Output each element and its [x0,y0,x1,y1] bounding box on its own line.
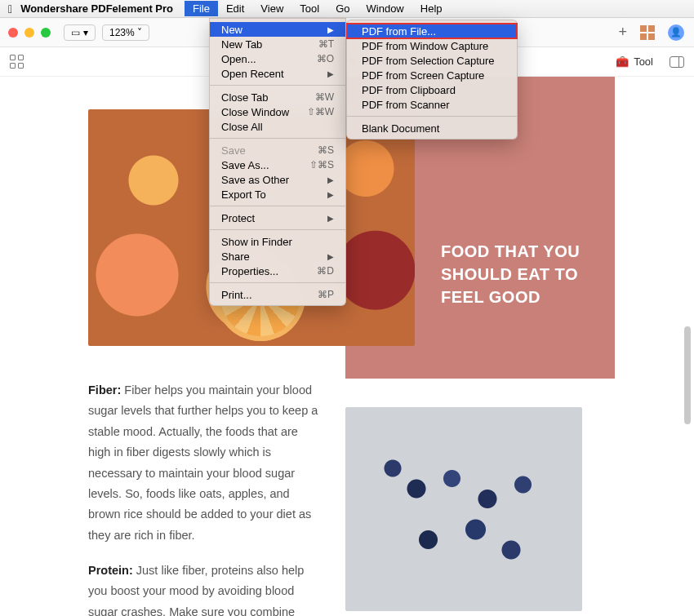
menu-shortcut: ⌘D [317,265,334,277]
file-menu-item[interactable]: Close All [210,119,345,134]
tool-button[interactable]: Tool [634,55,653,68]
file-menu-item[interactable]: Show in Finder [210,234,345,249]
zoom-window-button[interactable] [41,28,51,38]
file-menu-item[interactable]: Share▶ [210,249,345,264]
app-title: Wondershare PDFelement Pro [20,2,173,15]
menu-shortcut: ⇧⌘S [309,159,334,171]
thumbnails-icon[interactable] [10,55,24,69]
menu-separator [210,206,345,206]
new-submenu-dropdown: PDF from File...PDF from Window CaptureP… [346,20,518,140]
menu-item-label: Save As... [221,159,269,171]
app-grid-icon[interactable] [640,25,655,40]
menu-separator [210,85,345,86]
menu-item-label: Save [221,144,246,157]
menu-help[interactable]: Help [412,1,451,16]
submenu-arrow-icon: ▶ [327,175,334,184]
menu-shortcut: ⌘T [318,38,334,50]
submenu-arrow-icon: ▶ [327,214,334,223]
hero-heading: FOOD THAT YOU SHOULD EAT TO FEEL GOOD [441,240,604,308]
submenu-arrow-icon: ▶ [327,190,334,199]
chevron-down-icon: ▾ [83,27,88,38]
fiber-text: Fiber helps you maintain your blood suga… [88,383,318,542]
zoom-value: 123% [109,27,135,38]
zoom-dropdown[interactable]: 123% ˅ [102,24,149,41]
scrollbar-thumb[interactable] [684,326,691,424]
menu-view[interactable]: View [252,1,291,16]
menu-item-label: Protect [221,212,255,224]
new-submenu-item[interactable]: PDF from Screen Capture [347,68,517,82]
menu-item-label: Export To [221,188,266,201]
body-copy: Fiber: Fiber helps you maintain your blo… [88,380,321,616]
menu-separator [210,229,345,230]
menu-item-label: Save as Other [221,174,289,186]
new-submenu-item[interactable]: PDF from Selection Capture [347,53,517,68]
apple-logo-icon[interactable]:  [8,2,12,16]
new-submenu-item[interactable]: PDF from Scanner [347,97,517,112]
toolbox-icon: 🧰 [616,55,629,68]
fiber-label: Fiber: [88,383,121,397]
submenu-arrow-icon: ▶ [327,252,334,261]
protein-label: Protein: [88,564,133,577]
window-controls [8,28,51,38]
close-window-button[interactable] [8,28,18,38]
menu-item-label: New Tab [221,38,262,51]
menu-item-label: Share [221,250,250,263]
file-menu-item[interactable]: New▶ [210,22,345,37]
file-menu-item[interactable]: Print...⌘P [210,287,345,302]
file-menu-item[interactable]: Close Window⇧⌘W [210,104,345,119]
menu-shortcut: ⌘O [317,53,334,64]
menu-shortcut: ⌘W [315,91,334,103]
menu-edit[interactable]: Edit [218,1,252,16]
macos-menubar:  Wondershare PDFelement Pro File Edit V… [0,0,694,18]
file-menu-item[interactable]: Save as Other▶ [210,172,345,187]
sidebar-icon: ▭ [71,27,80,38]
menu-separator [210,138,345,139]
account-avatar-icon[interactable]: 👤 [668,24,684,41]
new-submenu-item[interactable]: PDF from Window Capture [347,38,517,53]
file-menu-item[interactable]: New Tab⌘T [210,37,345,51]
split-view-icon[interactable] [670,56,684,68]
menu-go[interactable]: Go [327,1,358,16]
blueberry-image [345,407,582,611]
document-canvas: FOOD THAT YOU SHOULD EAT TO FEEL GOOD Fi… [0,77,694,616]
file-menu-item[interactable]: Open...⌘O [210,51,345,66]
menu-item-label: Close All [221,121,263,133]
file-menu-item[interactable]: Properties...⌘D [210,264,345,278]
file-menu-item[interactable]: Protect▶ [210,211,345,225]
chevron-down-icon: ˅ [137,27,142,38]
menu-file[interactable]: File [185,1,218,16]
file-menu-item[interactable]: Save⌘S [210,143,345,157]
view-mode-toggle[interactable]: ▭ ▾ [64,24,96,41]
menu-item-label: Close Window [221,106,289,118]
submenu-arrow-icon: ▶ [327,25,334,34]
menu-shortcut: ⌘P [318,289,334,300]
menu-item-label: Close Tab [221,91,269,104]
menu-tool[interactable]: Tool [291,1,327,16]
file-menu-dropdown: New▶New Tab⌘TOpen...⌘OOpen Recent▶Close … [209,18,346,306]
submenu-arrow-icon: ▶ [327,69,334,78]
menu-item-label: New [221,24,242,36]
file-menu-item[interactable]: Export To▶ [210,187,345,202]
file-menu-item[interactable]: Close Tab⌘W [210,90,345,104]
new-submenu-item[interactable]: Blank Document [347,121,517,135]
menu-item-label: Show in Finder [221,236,292,248]
new-tab-button[interactable]: + [618,24,627,41]
menu-separator [210,282,345,283]
menu-window[interactable]: Window [358,1,412,16]
new-submenu-item[interactable]: PDF from Clipboard [347,82,517,97]
new-submenu-item[interactable]: PDF from File... [347,24,517,38]
menu-shortcut: ⇧⌘W [307,106,334,117]
vertical-scrollbar[interactable] [684,82,692,608]
menu-item-label: Open Recent [221,68,284,80]
file-menu-item[interactable]: Save As...⇧⌘S [210,157,345,172]
menu-item-label: Print... [221,289,252,301]
minimize-window-button[interactable] [24,28,34,38]
menu-item-label: Open... [221,53,256,65]
menu-separator [347,116,517,117]
file-menu-item[interactable]: Open Recent▶ [210,66,345,81]
menu-shortcut: ⌘S [318,144,334,156]
menu-item-label: Properties... [221,265,278,277]
